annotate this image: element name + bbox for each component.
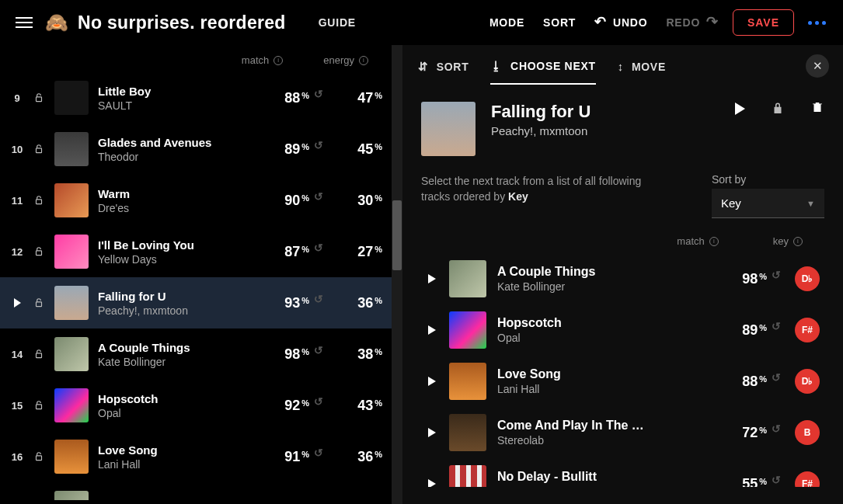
key-badge: D♭ <box>795 369 820 394</box>
toolbar: 🙈 No surprises. reordered GUIDE MODE SOR… <box>0 0 843 45</box>
svg-rect-0 <box>37 97 42 102</box>
lock-icon[interactable] <box>28 144 50 155</box>
track-title: Little Boy <box>98 85 269 98</box>
track-index: 12 <box>6 246 28 258</box>
lock-button[interactable] <box>767 102 789 116</box>
current-track: Falling for U Peachy!, mxmtoon <box>421 102 824 156</box>
reset-icon[interactable]: ↺ <box>772 320 781 332</box>
suggestion-row[interactable]: No Delay - BullittThe Green Arrows55%↺F# <box>421 458 824 487</box>
guide-button[interactable]: GUIDE <box>319 16 356 29</box>
track-list-panel: matchi energyi 9Little BoySAULT88%↺47%10… <box>0 45 402 504</box>
lock-icon[interactable] <box>28 92 50 103</box>
suggestion-headers: matchi keyi <box>421 218 824 253</box>
track-row[interactable]: 14A Couple ThingsKate Bollinger98%↺38% <box>0 328 402 380</box>
reset-icon[interactable]: ↺ <box>314 447 323 459</box>
match-value: 55%↺ <box>726 476 781 488</box>
lock-icon[interactable] <box>28 349 50 360</box>
energy-value: 36% <box>323 295 382 311</box>
tab-sort[interactable]: ⇵SORT <box>418 60 469 85</box>
energy-value: 27% <box>323 244 382 260</box>
track-artist: Stereolab <box>497 434 726 447</box>
reset-icon[interactable]: ↺ <box>314 344 323 356</box>
lock-icon[interactable] <box>28 297 50 308</box>
tab-choose-next[interactable]: ⭳CHOOSE NEXT <box>490 59 595 85</box>
sortby-select[interactable]: Key▼ <box>712 189 824 218</box>
track-title: A Couple Things <box>98 341 269 354</box>
tabs: ⇵SORT ⭳CHOOSE NEXT ↕MOVE ✕ <box>402 45 843 85</box>
lock-icon[interactable] <box>28 451 50 462</box>
sort-button[interactable]: SORT <box>538 13 580 32</box>
track-artist: Lani Hall <box>497 383 726 395</box>
info-icon[interactable]: i <box>273 56 283 65</box>
svg-rect-4 <box>37 302 42 307</box>
scrollbar[interactable] <box>392 45 402 504</box>
energy-header: energy <box>323 54 354 66</box>
track-title: Love Song <box>497 367 726 381</box>
reset-icon[interactable]: ↺ <box>314 498 323 500</box>
reset-icon[interactable]: ↺ <box>314 395 323 408</box>
track-row[interactable]: 12I'll Be Loving YouYellow Days87%↺27% <box>0 226 402 277</box>
match-value: 98%↺ <box>269 346 323 363</box>
lock-icon[interactable] <box>28 195 50 206</box>
reset-icon[interactable]: ↺ <box>772 474 781 486</box>
reset-icon[interactable]: ↺ <box>314 242 323 254</box>
lock-icon[interactable] <box>28 246 50 257</box>
album-art <box>54 81 89 115</box>
play-button[interactable] <box>421 428 443 437</box>
reset-icon[interactable]: ↺ <box>772 269 781 281</box>
reset-icon[interactable]: ↺ <box>314 293 323 305</box>
suggestion-row[interactable]: HopscotchOpal89%↺F# <box>421 304 824 356</box>
save-button[interactable]: SAVE <box>733 9 794 36</box>
detail-panel: ⇵SORT ⭳CHOOSE NEXT ↕MOVE ✕ Falling for U… <box>402 45 843 504</box>
energy-value: 43% <box>323 398 382 414</box>
reset-icon[interactable]: ↺ <box>314 88 323 100</box>
redo-icon: ↷ <box>706 13 719 30</box>
play-button[interactable] <box>735 103 745 115</box>
track-row[interactable]: 16Love SongLani Hall91%↺36% <box>0 431 402 482</box>
play-button[interactable] <box>421 274 443 283</box>
info-icon[interactable]: i <box>709 237 719 246</box>
track-title: I'll Be Loving You <box>98 238 269 252</box>
track-row[interactable]: Falling for UPeachy!, mxmtoon93%↺36% <box>0 277 402 328</box>
reset-icon[interactable]: ↺ <box>314 190 323 203</box>
close-icon[interactable]: ✕ <box>806 54 829 78</box>
play-button[interactable] <box>421 479 443 487</box>
undo-icon: ↶ <box>594 13 607 30</box>
track-title: Falling for U <box>98 290 269 303</box>
track-artist: Peachy!, mxmtoon <box>98 304 269 317</box>
track-row[interactable]: 10Glades and AvenuesTheodor89%↺45% <box>0 123 402 175</box>
delete-button[interactable] <box>810 100 824 116</box>
info-icon[interactable]: i <box>359 56 368 65</box>
album-art <box>449 260 486 297</box>
track-row[interactable]: 15HopscotchOpal92%↺43% <box>0 380 402 431</box>
svg-rect-5 <box>37 353 42 358</box>
play-button[interactable] <box>421 325 443 335</box>
page-title: No surprises. reordered <box>78 12 286 33</box>
play-button[interactable] <box>421 377 443 386</box>
reset-icon[interactable]: ↺ <box>772 371 781 384</box>
track-title: A Couple Things <box>497 265 726 279</box>
track-artist: Yellow Days <box>98 253 269 266</box>
match-value: 89%↺ <box>726 322 781 339</box>
suggestion-row[interactable]: A Couple ThingsKate Bollinger98%↺D♭ <box>421 253 824 304</box>
track-title: Come And Play In The … <box>497 419 726 433</box>
track-artist: Opal <box>98 407 269 419</box>
info-icon[interactable]: i <box>793 237 803 246</box>
track-row[interactable]: 11WarmDre'es90%↺30% <box>0 175 402 226</box>
reset-icon[interactable]: ↺ <box>772 422 781 435</box>
track-row[interactable]: 17Memory Box84%↺42% <box>0 482 402 500</box>
suggestion-row[interactable]: Come And Play In The …Stereolab72%↺B <box>421 407 824 458</box>
track-row[interactable]: 9Little BoySAULT88%↺47% <box>0 72 402 123</box>
mode-button[interactable]: MODE <box>485 13 529 32</box>
album-art <box>449 363 486 400</box>
redo-button: REDO↷ <box>661 12 723 33</box>
description: Select the next track from a list of all… <box>421 173 670 205</box>
tab-move[interactable]: ↕MOVE <box>618 60 666 84</box>
suggestion-row[interactable]: Love SongLani Hall88%↺D♭ <box>421 356 824 407</box>
undo-button[interactable]: ↶UNDO <box>590 12 652 33</box>
menu-icon[interactable] <box>12 14 36 31</box>
track-artist: Theodor <box>98 151 269 163</box>
reset-icon[interactable]: ↺ <box>314 139 323 151</box>
lock-icon[interactable] <box>28 400 50 411</box>
more-icon[interactable] <box>803 16 831 30</box>
